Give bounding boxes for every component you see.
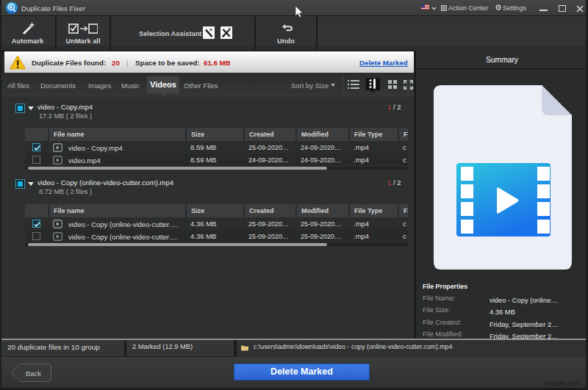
svg-text:Back: Back <box>26 369 41 378</box>
